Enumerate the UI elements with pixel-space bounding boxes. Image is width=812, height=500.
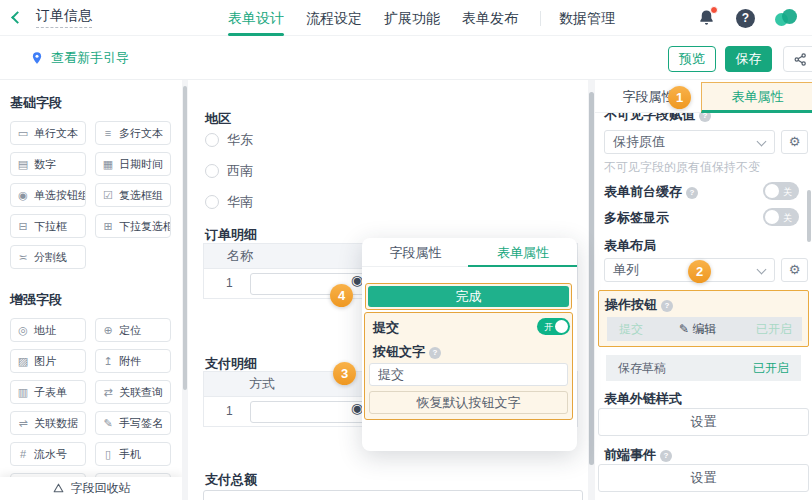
radio-circle-icon[interactable]	[205, 195, 219, 209]
field-image[interactable]: ▨图片	[10, 349, 86, 373]
field-attachment[interactable]: ↥附件	[95, 349, 171, 373]
preview-button[interactable]: 预览	[668, 46, 716, 72]
header-tabs: 表单设计 流程设定 扩展功能 表单发布 数据管理	[228, 0, 637, 36]
panel-scroll-thumb[interactable]	[807, 190, 811, 242]
pay-row-index: 1	[226, 404, 233, 418]
frontend-events-label: 前端事件?	[604, 446, 672, 464]
group-title-enhanced: 增强字段	[10, 291, 182, 309]
field-signature[interactable]: ✎手写签名	[95, 411, 171, 435]
info-icon: ?	[661, 300, 673, 312]
radio-option-east[interactable]: 华东	[205, 131, 253, 149]
link-style-settings-button[interactable]: 设置	[598, 408, 809, 436]
done-button[interactable]: 完成	[368, 286, 569, 307]
save-draft-status: 已开启	[753, 355, 789, 381]
notification-bell-icon[interactable]	[697, 8, 717, 28]
share-icon	[793, 52, 808, 67]
save-draft-row[interactable]: 保存草稿 已开启	[606, 355, 801, 381]
canvas-scroll-thumb[interactable]	[589, 92, 594, 465]
chevron-down-icon	[757, 265, 767, 275]
help-icon[interactable]: ?	[736, 9, 755, 28]
popup-tab-field-props[interactable]: 字段属性	[362, 238, 469, 267]
newbie-guide-link[interactable]: 查看新手引导	[30, 49, 129, 67]
panel-tab-form-props[interactable]: 表单属性	[701, 82, 812, 113]
field-single-line-text[interactable]: ▭单行文本	[10, 121, 86, 145]
multi-line-text-icon: ≡	[102, 127, 114, 139]
pay-col-method: 方式	[249, 372, 275, 396]
tab-extensions[interactable]: 扩展功能	[384, 0, 440, 36]
field-multi-line-text[interactable]: ≡多行文本	[95, 121, 171, 145]
calendar-icon: ▦	[102, 158, 114, 171]
region-field-label: 地区	[205, 110, 231, 128]
panel-tabs: 字段属性 表单属性	[595, 80, 812, 113]
subform-icon: ▥	[17, 386, 29, 399]
field-checkbox-group[interactable]: ☑复选框组	[95, 183, 171, 207]
pencil-icon: ✎	[679, 322, 689, 336]
field-location[interactable]: ⊕定位	[95, 318, 171, 342]
number-icon: ▤	[17, 158, 29, 171]
multi-dropdown-icon: ⊞	[102, 220, 114, 233]
field-datetime[interactable]: ▦日期时间	[95, 152, 171, 176]
radio-circle-icon[interactable]	[205, 133, 219, 147]
info-icon: ?	[686, 187, 698, 199]
tab-form-publish[interactable]: 表单发布	[462, 0, 518, 36]
radio-circle-icon[interactable]	[205, 164, 219, 178]
restore-default-button[interactable]: 恢复默认按钮文字	[369, 391, 568, 414]
total-amount-input[interactable]	[203, 490, 583, 500]
action-buttons-label: 操作按钮?	[605, 296, 673, 314]
field-subform[interactable]: ▥子表单	[10, 380, 86, 404]
multitab-label: 多标签显示	[604, 209, 669, 227]
button-text-input[interactable]	[369, 363, 568, 386]
frontend-events-settings-button[interactable]: 设置	[598, 464, 809, 492]
submit-toggle[interactable]: 开	[537, 318, 570, 335]
mobile-icon: ▯	[102, 448, 114, 461]
user-avatar[interactable]	[774, 7, 798, 29]
submit-settings-box: 提交 开 按钮文字? 恢复默认按钮文字	[364, 312, 573, 420]
address-icon: ◎	[17, 324, 29, 337]
field-number[interactable]: ▤数字	[10, 152, 86, 176]
tab-form-design[interactable]: 表单设计	[228, 0, 284, 36]
field-recycle-bin[interactable]: 字段回收站	[0, 477, 182, 500]
radio-option-south[interactable]: 华南	[205, 193, 253, 211]
field-multi-dropdown[interactable]: ⊞下拉复选框	[95, 214, 171, 238]
basic-fields-grid: ▭单行文本 ≡多行文本 ▤数字 ▦日期时间 ◉单选按钮组 ☑复选框组 ⊟下拉框 …	[0, 121, 182, 269]
divider-icon: ≍	[17, 251, 29, 264]
pin-icon	[30, 51, 44, 65]
done-highlight-box: 完成	[365, 283, 572, 310]
back-button[interactable]	[0, 0, 30, 36]
submit-toggle-label: 提交	[373, 319, 399, 337]
sidebar-scroll-thumb[interactable]	[183, 86, 187, 390]
properties-popup: 字段属性 表单属性 完成 提交 开 按钮文字? 恢复默认按钮文字	[362, 238, 577, 451]
field-address[interactable]: ◎地址	[10, 318, 86, 342]
notification-dot	[710, 6, 718, 14]
save-button[interactable]: 保存	[725, 46, 772, 72]
field-mobile[interactable]: ▯手机	[95, 442, 171, 466]
frontend-cache-toggle[interactable]: 关	[763, 182, 799, 200]
location-icon: ⊕	[102, 324, 114, 337]
action-enabled-status: 已开启	[756, 317, 792, 341]
step-badge-4: 4	[330, 284, 353, 307]
invisible-field-select[interactable]: 保持原值	[604, 130, 775, 154]
single-line-text-icon: ▭	[17, 127, 29, 140]
invisible-field-gear-button[interactable]: ⚙	[781, 130, 808, 154]
field-dropdown[interactable]: ⊟下拉框	[10, 214, 86, 238]
action-edit-button[interactable]: ✎ 编辑	[679, 317, 716, 341]
action-buttons-row: 提交 ✎ 编辑 已开启	[607, 317, 802, 341]
recycle-icon	[52, 482, 65, 495]
form-layout-gear-button[interactable]: ⚙	[781, 258, 808, 282]
popup-tab-form-props[interactable]: 表单属性	[469, 238, 577, 267]
tab-flow-settings[interactable]: 流程设定	[306, 0, 362, 36]
button-text-label: 按钮文字?	[373, 343, 441, 361]
field-divider[interactable]: ≍分割线	[10, 245, 86, 269]
field-serial-number[interactable]: #流水号	[10, 442, 86, 466]
tab-data-management[interactable]: 数据管理	[559, 0, 615, 36]
order-col-name: 名称	[227, 244, 253, 268]
field-radio-group[interactable]: ◉单选按钮组	[10, 183, 86, 207]
field-library-sidebar: 基础字段 ▭单行文本 ≡多行文本 ▤数字 ▦日期时间 ◉单选按钮组 ☑复选框组 …	[0, 80, 182, 500]
total-amount-label: 支付总额	[205, 471, 257, 489]
radio-option-southwest[interactable]: 西南	[205, 162, 253, 180]
share-button[interactable]	[783, 46, 812, 72]
multitab-toggle[interactable]: 关	[763, 208, 799, 226]
order-row-index: 1	[226, 276, 233, 290]
field-related-data[interactable]: ⇌关联数据	[10, 411, 86, 435]
field-related-query[interactable]: ⇄关联查询	[95, 380, 171, 404]
